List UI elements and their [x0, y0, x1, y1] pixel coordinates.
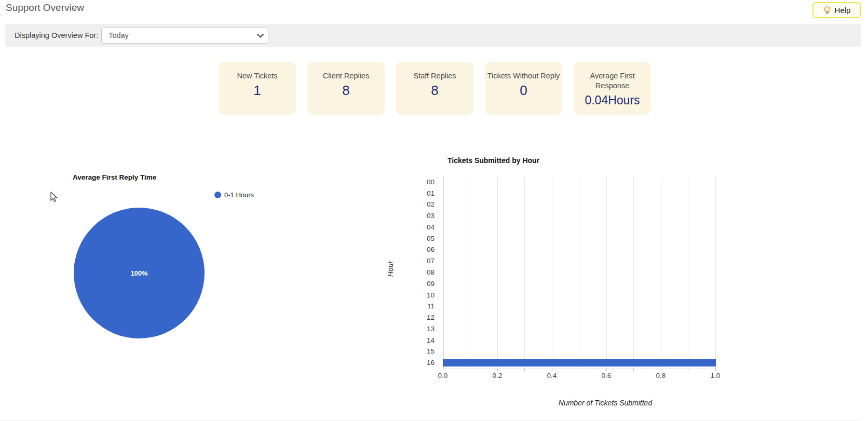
grid-line [633, 176, 634, 369]
pie-slice-label: 100% [130, 269, 147, 277]
stat-card-label: Average First Response [574, 71, 651, 91]
grid-line [688, 176, 688, 369]
x-tick-label: 0.0 [438, 372, 448, 379]
grid-line [606, 176, 607, 369]
stat-card-label: Staff Replies [396, 71, 473, 81]
grid-line [715, 176, 716, 369]
x-tick-label: 0.2 [493, 372, 503, 379]
y-tick-label: 05 [418, 235, 435, 243]
grid-line [524, 176, 525, 369]
y-tick-label: 07 [418, 257, 435, 265]
axis-tick-icon [715, 369, 716, 371]
bar-chart-plot-area [443, 176, 715, 369]
overview-period-select[interactable]: Today [101, 28, 268, 44]
axis-tick-icon [552, 369, 552, 371]
legend-swatch-icon [214, 192, 221, 198]
y-tick-label: 15 [418, 347, 435, 356]
axis-tick-icon [633, 369, 634, 371]
stat-card-value: 8 [396, 83, 473, 98]
content-area: Support Overview Help Displaying Overvie… [0, 0, 861, 421]
mouse-cursor-icon [49, 192, 60, 205]
y-tick-label: 03 [418, 212, 435, 220]
grid-line [470, 176, 470, 369]
axis-tick-icon [524, 369, 525, 371]
help-button-label: Help [835, 6, 851, 15]
x-tick-label: 1.0 [711, 372, 721, 379]
y-tick-label: 00 [418, 178, 435, 186]
y-tick-label: 09 [418, 280, 435, 288]
x-tick-label: 0.4 [547, 372, 557, 379]
y-tick-label: 04 [418, 223, 435, 232]
stat-card-label: Tickets Without Reply [485, 71, 562, 81]
axis-tick-icon [688, 369, 688, 371]
page-title: Support Overview [6, 2, 84, 13]
y-tick-label: 11 [418, 302, 435, 310]
stat-card-0: New Tickets1 [219, 62, 296, 115]
pie-chart-title: Average First Reply Time [73, 173, 156, 181]
y-axis-line [443, 176, 443, 369]
stat-card-2: Staff Replies8 [396, 62, 473, 115]
filter-label: Displaying Overview For: [15, 31, 98, 39]
y-tick-label: 01 [418, 189, 435, 198]
axis-tick-icon [606, 369, 607, 371]
stat-card-label: New Tickets [219, 71, 296, 81]
axis-tick-icon [661, 369, 661, 371]
y-tick-label: 06 [418, 246, 435, 254]
bar-chart-yaxis-labels: 0001020304050607080910111213141516 [418, 176, 439, 369]
chevron-down-icon [257, 31, 264, 38]
help-button[interactable]: Help [812, 2, 861, 18]
support-overview-page: Support Overview Help Displaying Overvie… [0, 0, 868, 421]
bar-chart-title: Tickets Submitted by Hour [447, 156, 539, 165]
x-tick-label: 0.8 [656, 372, 666, 379]
stat-card-4: Average First Response0.04Hours [574, 62, 651, 115]
axis-tick-icon [497, 369, 498, 371]
y-tick-label: 08 [418, 268, 435, 277]
grid-line [661, 176, 661, 369]
bar-chart-ylabel: Hour [386, 248, 395, 290]
stat-card-3: Tickets Without Reply0 [485, 62, 562, 115]
selected-period: Today [108, 31, 257, 39]
filter-bar: Displaying Overview For: Today [5, 24, 861, 47]
legend-label: 0-1 Hours [224, 191, 254, 199]
grid-line [497, 176, 498, 369]
grid-line [579, 176, 579, 369]
bar-chart-xlabel: Number of Tickets Submitted [559, 399, 652, 407]
lightbulb-icon [823, 6, 832, 15]
stat-card-1: Client Replies8 [307, 62, 385, 115]
stat-card-label: Client Replies [307, 71, 385, 81]
y-tick-label: 02 [418, 200, 435, 209]
axis-tick-icon [579, 369, 579, 371]
stat-card-value: 1 [219, 83, 296, 98]
x-tick-label: 0.6 [602, 372, 612, 379]
stat-card-value: 8 [307, 83, 385, 98]
pie-chart: 100% [74, 208, 205, 338]
pie-legend: 0-1 Hours [214, 191, 254, 199]
y-tick-label: 13 [418, 325, 435, 333]
stat-card-value: 0 [485, 83, 562, 98]
y-tick-label: 16 [418, 359, 435, 367]
stats-row: New Tickets1Client Replies8Staff Replies… [219, 62, 651, 115]
stat-card-value: 0.04Hours [574, 92, 651, 108]
grid-line [552, 176, 552, 369]
y-tick-label: 14 [418, 336, 435, 345]
y-tick-label: 10 [418, 291, 435, 300]
y-tick-label: 12 [418, 314, 435, 322]
bar-hour-16 [443, 359, 716, 366]
axis-tick-icon [443, 369, 443, 371]
axis-tick-icon [470, 369, 470, 371]
